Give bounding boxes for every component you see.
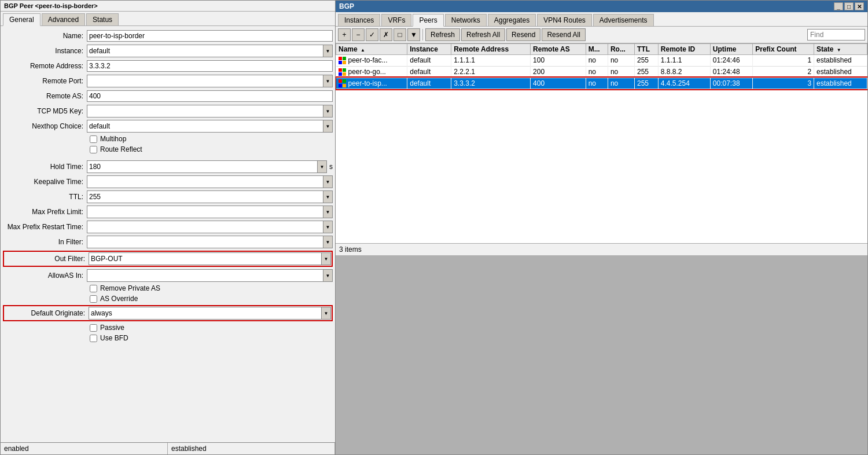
col-uptime[interactable]: Uptime [710,44,752,55]
status-right: established [168,443,335,454]
resend-button[interactable]: Resend [506,28,540,41]
remote-port-arrow[interactable]: ▼ [323,75,332,87]
remote-as-input[interactable] [87,90,333,102]
remove-private-as-row: Remove Private AS [3,284,333,292]
left-tab-bar: General Advanced Status [1,12,335,26]
close-button[interactable]: ✕ [855,2,864,10]
out-filter-arrow[interactable]: ▼ [321,253,330,265]
status-left: enabled [1,443,168,454]
tab-advertisements[interactable]: Advertisements [593,14,654,26]
instance-input[interactable] [87,45,323,57]
as-override-checkbox[interactable] [90,295,97,303]
use-bfd-checkbox[interactable] [90,335,97,342]
tcp-md5-input[interactable] [87,105,323,117]
col-m[interactable]: M... [586,44,608,55]
max-prefix-limit-label: Max Prefix Limit: [3,208,87,216]
max-prefix-limit-dropdown[interactable]: ▼ [87,206,333,218]
allowas-dropdown[interactable]: ▼ [87,269,333,282]
refresh-button[interactable]: Refresh [425,28,460,41]
tab-advanced[interactable]: Advanced [42,13,85,25]
passive-checkbox[interactable] [90,324,97,332]
col-remote-as[interactable]: Remote AS [531,44,586,55]
hold-time-arrow[interactable]: ▼ [317,161,326,173]
tab-aggregates[interactable]: Aggregates [488,14,536,26]
col-prefix-count[interactable]: Prefix Count [753,44,814,55]
refresh-all-button[interactable]: Refresh All [461,28,505,41]
instance-dropdown[interactable]: ▼ [87,45,333,57]
tcp-md5-arrow[interactable]: ▼ [323,105,332,117]
cell-uptime: 01:24:48 [710,66,752,78]
table-row[interactable]: peer-to-isp... default 3.3.3.2 400 no no… [336,78,867,89]
default-originate-dropdown[interactable]: ▼ [89,307,331,320]
nexthop-input[interactable] [87,120,323,132]
max-prefix-restart-arrow[interactable]: ▼ [323,221,332,233]
out-filter-input[interactable] [89,253,321,265]
keepalive-input[interactable] [87,176,323,188]
maximize-button[interactable]: □ [844,2,854,10]
max-prefix-restart-dropdown[interactable]: ▼ [87,221,333,233]
resend-all-button[interactable]: Resend All [542,28,585,41]
in-filter-arrow[interactable]: ▼ [323,236,332,248]
remove-button[interactable]: − [352,28,365,41]
instance-arrow[interactable]: ▼ [323,45,332,57]
cell-remote-address: 2.2.2.1 [451,66,531,78]
remote-address-input[interactable] [87,60,333,72]
name-input[interactable] [87,30,333,42]
table-row[interactable]: peer-to-fac... default 1.1.1.1 100 no no… [336,55,867,67]
default-originate-arrow[interactable]: ▼ [321,307,330,319]
tab-networks[interactable]: Networks [445,14,487,26]
right-title: BGP [339,2,354,10]
allowas-input[interactable] [87,270,323,281]
find-input[interactable] [807,29,865,41]
tab-general[interactable]: General [3,13,41,26]
out-filter-dropdown[interactable]: ▼ [89,252,331,265]
keepalive-dropdown[interactable]: ▼ [87,175,333,188]
tab-status[interactable]: Status [86,13,119,25]
max-prefix-limit-arrow[interactable]: ▼ [323,206,332,218]
multihop-checkbox[interactable] [90,135,97,143]
check-button[interactable]: ✓ [366,28,378,41]
remote-port-input[interactable] [87,75,323,87]
nexthop-dropdown[interactable]: ▼ [87,120,333,133]
ttl-arrow[interactable]: ▼ [323,191,332,203]
col-state[interactable]: State ▼ [814,44,867,55]
ttl-dropdown[interactable]: ▼ [87,190,333,203]
cell-instance: default [407,66,451,78]
tab-peers[interactable]: Peers [413,14,443,27]
tcp-md5-dropdown[interactable]: ▼ [87,105,333,118]
table-row[interactable]: peer-to-go... default 2.2.2.1 200 no no … [336,66,867,78]
tab-vrfs[interactable]: VRFs [381,14,411,26]
filter-button[interactable]: ▼ [407,28,420,41]
in-filter-dropdown[interactable]: ▼ [87,236,333,248]
col-ro[interactable]: Ro... [608,44,634,55]
passive-label: Passive [100,324,124,332]
hold-time-suffix: s [329,163,333,171]
copy-button[interactable]: □ [393,28,406,41]
max-prefix-restart-input[interactable] [87,221,323,233]
col-instance[interactable]: Instance [407,44,451,55]
in-filter-input[interactable] [87,236,323,248]
remote-port-dropdown[interactable]: ▼ [87,75,333,87]
ttl-input[interactable] [87,191,323,203]
remove-private-as-checkbox[interactable] [90,285,97,292]
allowas-arrow[interactable]: ▼ [323,270,332,281]
keepalive-arrow[interactable]: ▼ [323,176,332,188]
cross-button[interactable]: ✗ [380,28,392,41]
max-prefix-restart-row: Max Prefix Restart Time: ▼ [3,221,333,233]
col-name[interactable]: Name ▲ [336,44,407,55]
cell-name: peer-to-fac... [336,55,407,67]
hold-time-input[interactable] [87,161,317,173]
col-ttl[interactable]: TTL [634,44,658,55]
max-prefix-limit-input[interactable] [87,206,323,218]
default-originate-input[interactable] [89,307,321,319]
col-remote-id[interactable]: Remote ID [658,44,710,55]
tab-vpn4-routes[interactable]: VPN4 Routes [537,14,592,26]
nexthop-arrow[interactable]: ▼ [323,120,332,132]
add-button[interactable]: + [338,28,351,41]
col-remote-address[interactable]: Remote Address [451,44,531,55]
route-reflect-checkbox[interactable] [90,146,97,153]
minimize-button[interactable]: _ [834,2,843,10]
hold-time-dropdown[interactable]: ▼ [87,160,327,173]
remote-as-row: Remote AS: [3,90,333,102]
tab-instances[interactable]: Instances [338,14,380,26]
